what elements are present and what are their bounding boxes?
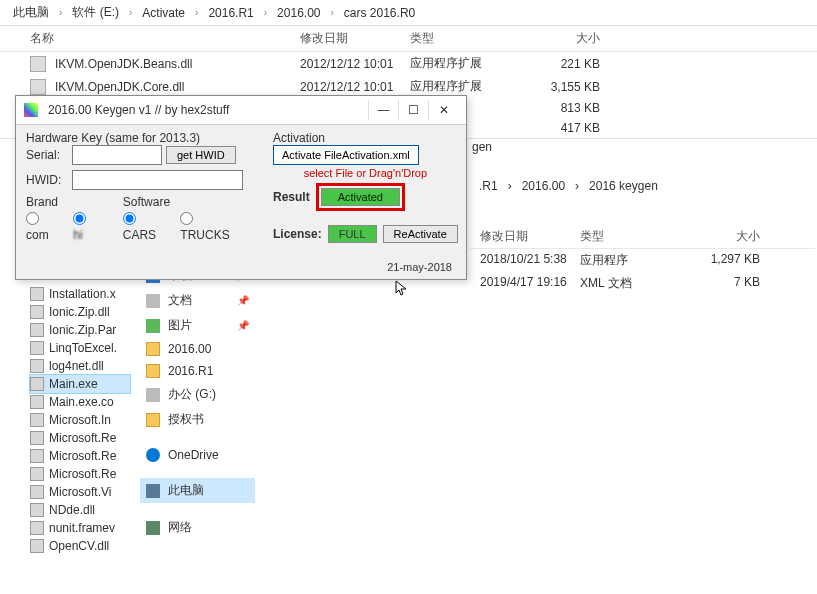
bc-sep: ›: [575, 179, 579, 193]
bc-item[interactable]: Activate: [142, 6, 185, 20]
table-row[interactable]: 2019/4/17 19:16 XML 文档 7 KB: [470, 272, 815, 295]
activation-label: Activation: [273, 131, 458, 145]
bc-item[interactable]: 2016.R1: [208, 6, 253, 20]
list-item[interactable]: Ionic.Zip.Par: [30, 321, 130, 339]
brand-radio-1[interactable]: com: [26, 212, 63, 242]
col-name[interactable]: 名称: [30, 30, 300, 47]
sidebar-item-label: 网络: [168, 519, 192, 536]
list-item[interactable]: Microsoft.Vi: [30, 483, 130, 501]
file-icon: [30, 449, 44, 463]
software-radio-trucks[interactable]: TRUCKS: [180, 212, 243, 242]
serial-label: Serial:: [26, 148, 68, 162]
get-hwid-button[interactable]: get HWID: [166, 146, 236, 164]
file-size: 813 KB: [520, 101, 600, 115]
file-name: NDde.dll: [49, 503, 95, 517]
file-name: Microsoft.Re: [49, 431, 116, 445]
col-size[interactable]: 大小: [680, 228, 760, 245]
pc-icon: [146, 484, 160, 498]
build-date: 21-may-2018: [387, 261, 452, 273]
list-item[interactable]: Main.exe: [30, 375, 130, 393]
list-item[interactable]: Ionic.Zip.dll: [30, 303, 130, 321]
result-highlight: Activated: [316, 183, 405, 211]
sidebar-item-label: 2016.00: [168, 342, 211, 356]
sidebar-item-folder[interactable]: 授权书: [140, 407, 255, 432]
pictures-icon: [146, 319, 160, 333]
list-item[interactable]: LinqToExcel.: [30, 339, 130, 357]
list-item[interactable]: NDde.dll: [30, 501, 130, 519]
file-name: Main.exe: [49, 377, 98, 391]
onedrive-icon: [146, 448, 160, 462]
explorer-pane-right: .R1› 2016.00› 2016 keygen 修改日期 类型 大小 201…: [470, 175, 815, 295]
list-item[interactable]: nunit.framev: [30, 519, 130, 537]
breadcrumb-secondary: .R1› 2016.00› 2016 keygen: [470, 175, 815, 197]
list-item[interactable]: Installation.x: [30, 285, 130, 303]
file-size: 417 KB: [520, 121, 600, 135]
bc-item[interactable]: 2016.00: [522, 179, 565, 193]
reactivate-button[interactable]: ReActivate: [383, 225, 458, 243]
activate-file-button[interactable]: Activate FileActivation.xml: [273, 145, 419, 165]
bc-sep: ›: [59, 7, 62, 18]
list-item[interactable]: log4net.dll: [30, 357, 130, 375]
hwid-input[interactable]: [72, 170, 243, 190]
sidebar-item-network[interactable]: 网络: [140, 515, 255, 540]
file-name: Microsoft.In: [49, 413, 111, 427]
pin-icon: 📌: [237, 320, 249, 331]
sidebar-item-folder[interactable]: 2016.00: [140, 338, 255, 360]
bc-item[interactable]: 2016 keygen: [589, 179, 658, 193]
sidebar-item-drive[interactable]: 办公 (G:): [140, 382, 255, 407]
mouse-cursor-icon: [395, 280, 411, 296]
file-type: 应用程序扩展: [410, 78, 520, 95]
file-date: 2018/10/21 5:38: [480, 252, 580, 269]
table-row[interactable]: IKVM.OpenJDK.Beans.dll 2012/12/12 10:01 …: [0, 52, 817, 75]
table-row[interactable]: 2018/10/21 5:38 应用程序 1,297 KB: [470, 249, 815, 272]
restore-button[interactable]: ☐: [398, 100, 428, 120]
bc-item[interactable]: .R1: [479, 179, 498, 193]
sidebar-item-label: 图片: [168, 317, 192, 334]
sidebar-item-folder[interactable]: 2016.R1: [140, 360, 255, 382]
list-item[interactable]: Main.exe.co: [30, 393, 130, 411]
bc-sep: ›: [129, 7, 132, 18]
activated-status: Activated: [321, 188, 400, 206]
bc-item[interactable]: 软件 (E:): [72, 4, 119, 21]
documents-icon: [146, 294, 160, 308]
sidebar-item-onedrive[interactable]: OneDrive: [140, 444, 255, 466]
file-type: 应用程序扩展: [410, 55, 520, 72]
sidebar-item-pictures[interactable]: 图片📌: [140, 313, 255, 338]
list-item[interactable]: Microsoft.Re: [30, 429, 130, 447]
bc-sep: ›: [264, 7, 267, 18]
file-icon: [30, 305, 44, 319]
bc-item[interactable]: 此电脑: [13, 4, 49, 21]
file-icon: [30, 323, 44, 337]
file-size: 221 KB: [520, 57, 600, 71]
minimize-button[interactable]: —: [368, 100, 398, 120]
brand-radio-2[interactable]: hi: [73, 212, 98, 242]
list-item[interactable]: Microsoft.Re: [30, 465, 130, 483]
bc-sep: ›: [508, 179, 512, 193]
file-name: nunit.framev: [49, 521, 115, 535]
titlebar[interactable]: 2016.00 Keygen v1 // by hex2stuff — ☐ ✕: [16, 96, 466, 125]
file-icon: [30, 485, 44, 499]
file-name: OpenCV.dll: [49, 539, 109, 553]
sidebar-item-thispc[interactable]: 此电脑: [140, 478, 255, 503]
bc-item[interactable]: cars 2016.R0: [344, 6, 415, 20]
file-date: 2012/12/12 10:01: [300, 80, 410, 94]
close-button[interactable]: ✕: [428, 100, 458, 120]
sidebar-item-documents[interactable]: 文档📌: [140, 288, 255, 313]
software-radio-cars[interactable]: CARS: [123, 212, 171, 242]
license-full-badge: FULL: [328, 225, 377, 243]
folder-icon: [146, 413, 160, 427]
col-type[interactable]: 类型: [580, 228, 680, 245]
file-name: Microsoft.Re: [49, 467, 116, 481]
serial-input[interactable]: [72, 145, 162, 165]
file-icon: [30, 359, 44, 373]
col-date[interactable]: 修改日期: [300, 30, 410, 47]
bc-item[interactable]: 2016.00: [277, 6, 320, 20]
list-item[interactable]: Microsoft.Re: [30, 447, 130, 465]
list-item[interactable]: OpenCV.dll: [30, 537, 130, 555]
list-item[interactable]: Microsoft.In: [30, 411, 130, 429]
col-date[interactable]: 修改日期: [480, 228, 580, 245]
col-size[interactable]: 大小: [520, 30, 600, 47]
bc-sep: ›: [331, 7, 334, 18]
file-icon: [30, 431, 44, 445]
col-type[interactable]: 类型: [410, 30, 520, 47]
